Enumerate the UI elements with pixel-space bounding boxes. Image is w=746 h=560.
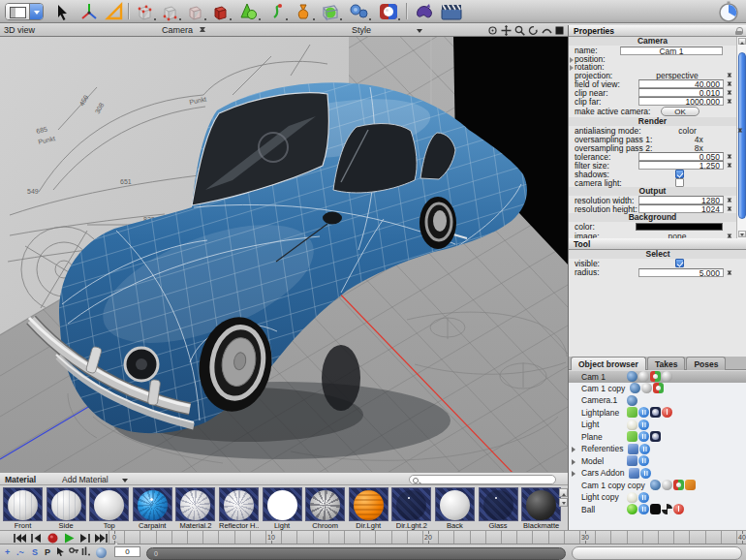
- material-item[interactable]: Glass: [479, 487, 518, 531]
- set-square-tool[interactable]: [103, 2, 126, 21]
- material-item[interactable]: Top: [89, 487, 129, 531]
- scroll-up-arrow[interactable]: [738, 38, 746, 45]
- stepper[interactable]: [727, 205, 732, 212]
- tolerance-field[interactable]: 0.050: [638, 152, 724, 161]
- cursor-arrow-icon[interactable]: [56, 546, 66, 558]
- orbit-icon[interactable]: [528, 25, 540, 35]
- resolution-height-field[interactable]: 1024: [638, 204, 724, 213]
- stepper[interactable]: [727, 268, 732, 275]
- material-item[interactable]: Chroom: [305, 487, 345, 531]
- ok-button[interactable]: OK: [661, 107, 699, 116]
- radius-field[interactable]: 5.000: [638, 268, 724, 277]
- pan-move-icon[interactable]: [501, 25, 513, 35]
- timer-clock-icon[interactable]: [717, 2, 740, 21]
- material-scrollbar[interactable]: [559, 488, 568, 517]
- material-item[interactable]: Front: [3, 487, 43, 531]
- lock-icon[interactable]: [735, 27, 742, 35]
- background-color-swatch[interactable]: [636, 223, 723, 231]
- stepper[interactable]: [736, 127, 742, 134]
- material-item[interactable]: Light: [263, 487, 302, 531]
- box-mode-ghost-icon[interactable]: [158, 2, 181, 21]
- lathe-vase-tool[interactable]: [292, 2, 315, 21]
- world-icon[interactable]: [96, 547, 107, 558]
- object-row-group[interactable]: Referenties: [569, 443, 746, 455]
- primitive-cone-tool[interactable]: [237, 2, 261, 21]
- key-icon[interactable]: [69, 546, 78, 558]
- scroll-down-arrow[interactable]: [559, 498, 568, 507]
- object-row[interactable]: Camera.1: [569, 394, 746, 407]
- zoom-icon[interactable]: [514, 25, 526, 35]
- object-row[interactable]: Light copy: [569, 491, 746, 504]
- material-item[interactable]: Blackmatte: [521, 487, 561, 531]
- go-start-button[interactable]: [12, 533, 27, 544]
- scroll-up-arrow[interactable]: [559, 488, 568, 497]
- shadows-checkbox[interactable]: [675, 170, 684, 178]
- tab-takes[interactable]: Takes: [647, 357, 685, 370]
- tab-object-browser[interactable]: Object browser: [571, 357, 646, 370]
- material-item[interactable]: Reflector H...: [219, 487, 259, 531]
- material-item[interactable]: Back: [435, 487, 475, 531]
- go-end-button[interactable]: [93, 533, 109, 544]
- step-back-button[interactable]: [28, 533, 44, 544]
- object-row[interactable]: Plane: [569, 431, 746, 444]
- box-mode-ghost-icon[interactable]: [183, 2, 206, 21]
- 3d-viewport[interactable]: 685 549 459 308 828 651 Punkt Punkt: [0, 37, 568, 472]
- object-row[interactable]: Lightplane: [569, 407, 746, 420]
- object-row[interactable]: Light: [569, 419, 746, 431]
- stepper[interactable]: [727, 72, 732, 78]
- stepper[interactable]: [727, 162, 732, 169]
- select-arrow-tool[interactable]: [50, 2, 74, 21]
- step-forward-button[interactable]: [78, 533, 93, 544]
- timeline-ruler[interactable]: 0 10 20 30 40: [109, 531, 746, 544]
- clip-near-field[interactable]: 0.010: [638, 88, 724, 97]
- arc-icon[interactable]: [542, 25, 553, 35]
- material-search-input[interactable]: [409, 475, 556, 484]
- box-mode-solid-icon[interactable]: [208, 2, 232, 21]
- point-curve-icon[interactable]: .~: [16, 546, 24, 558]
- render-sphere-tool[interactable]: [377, 2, 400, 21]
- camera-menu-stepper[interactable]: [199, 25, 205, 34]
- projection-value[interactable]: perspective: [631, 71, 724, 80]
- camera-menu[interactable]: Camera: [162, 25, 193, 35]
- add-material-button[interactable]: Add Material: [62, 475, 109, 484]
- clapperboard-tool[interactable]: [440, 2, 463, 21]
- material-item[interactable]: Dir.Lght.2: [391, 487, 431, 531]
- subdivision-cage-tool[interactable]: [319, 2, 342, 21]
- record-button[interactable]: [45, 533, 60, 544]
- camera-rig-tool[interactable]: [348, 2, 371, 21]
- chevron-down-icon[interactable]: [417, 29, 422, 36]
- frame-number-field[interactable]: 0: [114, 546, 140, 557]
- spline-tool[interactable]: [264, 2, 288, 21]
- spline-curve-icon[interactable]: S: [32, 546, 38, 558]
- play-button[interactable]: [61, 533, 77, 544]
- box-mode-ghost-icon[interactable]: [133, 2, 156, 21]
- stepper[interactable]: [727, 89, 732, 96]
- oversampling2-value[interactable]: 8x: [652, 143, 745, 153]
- object-row[interactable]: Cam 1 copy: [569, 383, 746, 395]
- object-list-scrollbar[interactable]: [572, 546, 742, 560]
- material-item[interactable]: Dir.Lght: [349, 487, 389, 531]
- object-row[interactable]: Cam 1: [569, 370, 746, 383]
- scroll-down-arrow[interactable]: [738, 231, 746, 237]
- range-slider[interactable]: 0: [146, 547, 566, 560]
- maximize-icon[interactable]: [554, 25, 566, 35]
- material-item[interactable]: Carpaint: [133, 487, 172, 531]
- camera-light-checkbox[interactable]: [675, 178, 684, 187]
- visible-checkbox[interactable]: [675, 259, 684, 267]
- resolution-width-field[interactable]: 1280: [638, 196, 724, 204]
- fov-field[interactable]: 40.000: [638, 79, 724, 88]
- stepper[interactable]: [727, 153, 732, 160]
- stepper[interactable]: [727, 98, 732, 105]
- stepper[interactable]: [727, 80, 732, 87]
- parameter-icon[interactable]: P: [45, 546, 50, 558]
- object-row-group[interactable]: Model: [569, 455, 746, 468]
- move-axes-tool[interactable]: [78, 2, 101, 21]
- clip-far-field[interactable]: 1000.000: [638, 97, 724, 106]
- add-icon[interactable]: +: [5, 546, 10, 558]
- chevron-down-icon[interactable]: [122, 479, 128, 485]
- material-item[interactable]: Material.2: [175, 487, 215, 531]
- bars-icon[interactable]: [81, 546, 91, 558]
- stepper[interactable]: [727, 197, 732, 203]
- material-item[interactable]: Side: [47, 487, 86, 531]
- style-menu[interactable]: Style: [352, 25, 371, 35]
